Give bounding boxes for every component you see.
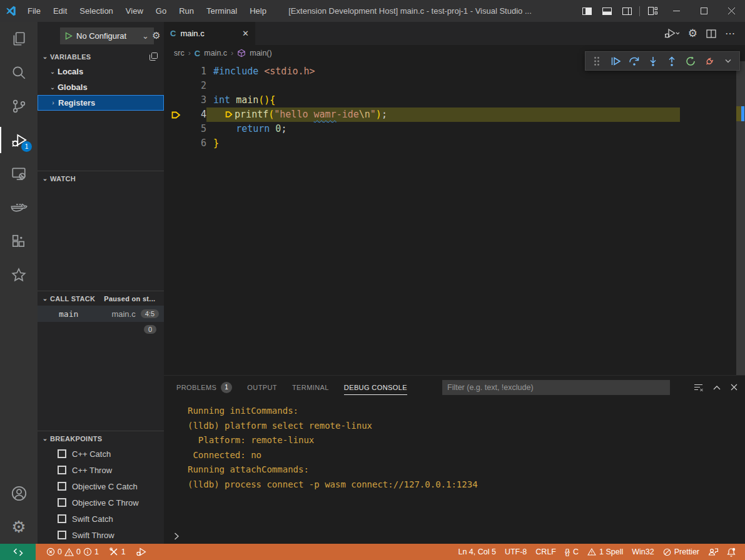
remote-indicator[interactable] bbox=[0, 544, 36, 560]
circle-slash-icon bbox=[663, 548, 671, 556]
language-mode[interactable]: {̷}C bbox=[560, 545, 583, 559]
breakpoints-section-header[interactable]: ⌄ BREAKPOINTS bbox=[38, 431, 164, 446]
encoding[interactable]: UTF-8 bbox=[500, 545, 531, 559]
activity-run-and-debug-icon[interactable]: 1 bbox=[0, 123, 38, 157]
panel-tab-debug-console[interactable]: DEBUG CONSOLE bbox=[344, 376, 407, 399]
debug-chevron-down-icon[interactable] bbox=[720, 53, 736, 69]
activity-accounts-icon[interactable] bbox=[0, 476, 38, 510]
variables-item-globals[interactable]: ⌄Globals bbox=[38, 79, 164, 95]
code-editor[interactable]: 1#include <stdio.h>23int main(){4 printf… bbox=[164, 61, 745, 375]
code-line[interactable]: 4 printf("hello wamr-ide\n"); bbox=[164, 108, 745, 122]
panel-tab-terminal[interactable]: TERMINAL bbox=[292, 376, 329, 399]
clear-console-icon[interactable] bbox=[694, 383, 703, 392]
activity-favorites-icon[interactable] bbox=[0, 258, 38, 292]
breakpoint-checkbox[interactable] bbox=[58, 531, 66, 539]
breakpoint-checkbox[interactable] bbox=[58, 466, 66, 474]
overview-ruler[interactable] bbox=[736, 61, 745, 375]
menu-selection[interactable]: Selection bbox=[73, 0, 119, 22]
formatter[interactable]: Prettier bbox=[659, 545, 704, 559]
breadcrumb-symbol[interactable]: main() bbox=[250, 49, 271, 58]
code-line[interactable]: 3int main(){ bbox=[164, 93, 745, 108]
breakpoint-checkbox[interactable] bbox=[58, 482, 66, 491]
breakpoint-row[interactable]: C++ Catch bbox=[38, 446, 164, 462]
problems-status[interactable]: 0 0 1 bbox=[42, 545, 103, 559]
debug-step-over-icon[interactable] bbox=[626, 53, 642, 69]
console-filter-input[interactable] bbox=[442, 380, 670, 395]
code-token: return bbox=[236, 123, 270, 134]
debug-continue-icon[interactable] bbox=[607, 53, 624, 69]
panel-tab-output[interactable]: OUTPUT bbox=[247, 376, 277, 399]
thread-row[interactable]: 0 bbox=[38, 322, 164, 337]
notifications[interactable] bbox=[722, 545, 740, 559]
menu-go[interactable]: Go bbox=[150, 0, 173, 22]
cursor-position[interactable]: Ln 4, Col 5 bbox=[454, 545, 500, 559]
code-line[interactable]: 5 return 0; bbox=[164, 122, 745, 136]
activity-search-icon[interactable] bbox=[0, 56, 38, 89]
tab-close-icon[interactable]: ✕ bbox=[242, 29, 249, 38]
debug-configuration-dropdown[interactable]: No Configurat ⌄ bbox=[60, 28, 154, 44]
breadcrumb-src[interactable]: src bbox=[174, 49, 185, 58]
breakpoint-checkbox[interactable] bbox=[58, 498, 66, 507]
tools-status[interactable]: 1 bbox=[105, 545, 130, 559]
debug-console-input[interactable] bbox=[164, 528, 745, 544]
watch-section-header[interactable]: ⌄ WATCH bbox=[38, 171, 164, 186]
toggle-panel-icon[interactable] bbox=[597, 0, 617, 22]
menu-terminal[interactable]: Terminal bbox=[200, 0, 243, 22]
stack-frame-row[interactable]: main main.c 4:5 bbox=[38, 306, 164, 322]
toggle-sidebar-icon[interactable] bbox=[577, 0, 597, 22]
menu-file[interactable]: File bbox=[21, 0, 47, 22]
breadcrumb-file[interactable]: main.c bbox=[204, 49, 227, 58]
debug-step-into-icon[interactable] bbox=[645, 53, 661, 69]
debug-console-output[interactable]: Running initCommands:(lldb) platform sel… bbox=[164, 399, 745, 528]
gear-icon[interactable]: ⚙ bbox=[688, 28, 697, 39]
toggle-secondary-sidebar-icon[interactable] bbox=[617, 0, 637, 22]
debug-step-out-icon[interactable] bbox=[664, 53, 680, 69]
platform[interactable]: Win32 bbox=[627, 545, 658, 559]
split-editor-icon[interactable] bbox=[706, 29, 716, 38]
feedback[interactable] bbox=[704, 545, 722, 559]
maximize-panel-icon[interactable] bbox=[713, 385, 721, 390]
minimize-icon[interactable] bbox=[662, 0, 690, 22]
variables-item-registers[interactable]: ›Registers bbox=[38, 95, 164, 111]
maximize-icon[interactable] bbox=[690, 0, 717, 22]
menu-help[interactable]: Help bbox=[243, 0, 273, 22]
c-file-icon: C bbox=[170, 29, 176, 38]
breakpoint-row[interactable]: Swift Catch bbox=[38, 511, 164, 527]
code-line[interactable]: 2 bbox=[164, 79, 745, 93]
call-stack-section-header[interactable]: ⌄ CALL STACK Paused on st... bbox=[38, 291, 164, 306]
run-or-debug-icon[interactable] bbox=[664, 28, 679, 39]
activity-explorer-icon[interactable] bbox=[0, 22, 38, 56]
ellipsis-icon[interactable]: ⋯ bbox=[725, 28, 736, 39]
activity-docker-icon[interactable] bbox=[0, 191, 38, 224]
menu-run[interactable]: Run bbox=[173, 0, 200, 22]
activity-extensions-icon[interactable] bbox=[0, 224, 38, 258]
eol[interactable]: CRLF bbox=[531, 545, 560, 559]
panel-tab-problems[interactable]: PROBLEMS1 bbox=[176, 376, 232, 399]
tab-main-c[interactable]: C main.c ✕ bbox=[164, 22, 255, 45]
variables-item-locals[interactable]: ⌄Locals bbox=[38, 64, 164, 79]
debug-settings-gear-icon[interactable]: ⚙ bbox=[149, 27, 164, 44]
breakpoint-row[interactable]: C++ Throw bbox=[38, 462, 164, 478]
spell-status[interactable]: 1 Spell bbox=[583, 545, 627, 559]
copy-value-icon[interactable] bbox=[150, 52, 158, 61]
activity-source-control-icon[interactable] bbox=[0, 89, 38, 123]
current-statement-gutter-arrow[interactable] bbox=[164, 108, 188, 122]
breakpoint-row[interactable]: Swift Throw bbox=[38, 527, 164, 543]
variables-section-header[interactable]: ⌄ VARIABLES bbox=[38, 49, 164, 64]
code-line[interactable]: 6} bbox=[164, 136, 745, 151]
breakpoint-row[interactable]: Objective C Throw bbox=[38, 494, 164, 511]
menu-edit[interactable]: Edit bbox=[47, 0, 73, 22]
debug-restart-icon[interactable] bbox=[682, 53, 699, 69]
menu-view[interactable]: View bbox=[119, 0, 150, 22]
breakpoint-checkbox[interactable] bbox=[58, 514, 66, 523]
debug-disconnect-icon[interactable] bbox=[701, 53, 717, 69]
activity-settings-gear-icon[interactable]: ⚙ bbox=[0, 510, 38, 544]
breakpoint-checkbox[interactable] bbox=[58, 449, 66, 458]
debug-status[interactable] bbox=[132, 545, 151, 559]
close-panel-icon[interactable] bbox=[731, 384, 737, 391]
breakpoint-row[interactable]: Objective C Catch bbox=[38, 478, 164, 494]
customize-layout-icon[interactable] bbox=[642, 0, 662, 22]
breakpoint-label: Swift Throw bbox=[72, 531, 114, 540]
close-icon[interactable] bbox=[717, 0, 745, 22]
activity-remote-explorer-icon[interactable] bbox=[0, 157, 38, 191]
